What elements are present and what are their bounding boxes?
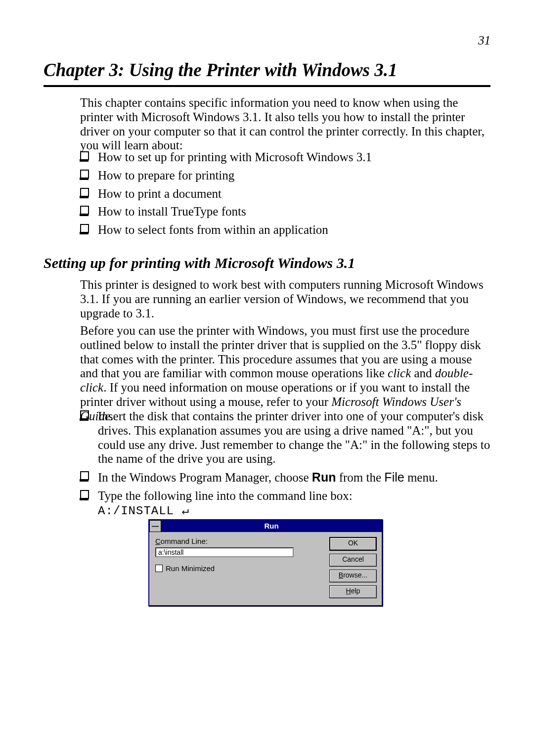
checkbox-bullet-icon bbox=[80, 170, 89, 178]
help-button[interactable]: Help bbox=[329, 585, 377, 598]
list-item: Insert the disk that contains the printe… bbox=[80, 409, 491, 466]
dialog-titlebar[interactable]: — Run bbox=[149, 520, 382, 532]
run-minimized-label: Run Minimized bbox=[166, 564, 215, 573]
steps-list: Insert the disk that contains the printe… bbox=[80, 409, 491, 522]
dialog-buttons: OK Cancel Browse... Help bbox=[329, 537, 377, 598]
dialog-title: Run bbox=[161, 520, 382, 532]
intro-paragraph: This chapter contains specific informati… bbox=[80, 96, 491, 153]
text-run: inimized bbox=[187, 564, 215, 573]
mnemonic: H bbox=[346, 587, 351, 595]
chapter-rule bbox=[44, 85, 490, 87]
mnemonic: B bbox=[339, 571, 343, 579]
checkbox-bullet-icon bbox=[80, 471, 89, 480]
checkbox-bullet-icon bbox=[80, 151, 89, 160]
text-run: and bbox=[411, 366, 435, 380]
list-item: Type the following line into the command… bbox=[80, 489, 491, 518]
ok-button[interactable]: OK bbox=[329, 537, 377, 551]
checkbox-bullet-icon bbox=[80, 410, 89, 419]
topic-text: How to set up for printing with Microsof… bbox=[98, 150, 372, 164]
list-item: How to prepare for printing bbox=[80, 169, 491, 183]
list-item: How to select fonts from within an appli… bbox=[80, 223, 491, 237]
command-line-text: A:/INSTALL ↵ bbox=[98, 504, 189, 518]
topic-text: How to prepare for printing bbox=[98, 169, 234, 182]
text-run: Run bbox=[166, 564, 181, 573]
list-item: How to print a document bbox=[80, 187, 491, 201]
checkbox-icon[interactable] bbox=[155, 565, 163, 572]
label-rest: ommand Line: bbox=[161, 537, 208, 545]
checkbox-bullet-icon bbox=[80, 490, 89, 499]
page-number: 31 bbox=[478, 34, 490, 47]
text-run: from the bbox=[336, 471, 384, 484]
run-dialog: — Run Command Line: Run Minimized OK Can… bbox=[148, 519, 383, 606]
document-page: 31 Chapter 3: Using the Printer with Win… bbox=[0, 0, 534, 756]
step-text: Insert the disk that contains the printe… bbox=[98, 409, 490, 465]
ui-command: Run bbox=[312, 470, 336, 484]
section-paragraph-1: This printer is designed to work best wi… bbox=[80, 278, 491, 320]
step-text: In the Windows Program Manager, choose R… bbox=[98, 471, 438, 484]
command-line-input[interactable] bbox=[155, 547, 294, 557]
checkbox-bullet-icon bbox=[80, 188, 89, 197]
btn-rest: rowse... bbox=[343, 571, 367, 579]
list-item: In the Windows Program Manager, choose R… bbox=[80, 470, 491, 485]
mnemonic: M bbox=[181, 564, 188, 573]
system-menu-icon[interactable]: — bbox=[149, 520, 161, 532]
run-minimized-row[interactable]: Run Minimized bbox=[155, 564, 324, 573]
checkbox-bullet-icon bbox=[80, 206, 89, 215]
dialog-left: Command Line: Run Minimized bbox=[155, 537, 324, 598]
cancel-button[interactable]: Cancel bbox=[329, 554, 377, 567]
section-title: Setting up for printing with Microsoft W… bbox=[44, 255, 355, 271]
topic-text: How to install TrueType fonts bbox=[98, 205, 246, 218]
list-item: How to set up for printing with Microsof… bbox=[80, 150, 491, 165]
topic-text: How to print a document bbox=[98, 187, 222, 200]
list-item: How to install TrueType fonts bbox=[80, 205, 491, 219]
checkbox-bullet-icon bbox=[80, 224, 89, 233]
ui-menu: File bbox=[384, 470, 404, 484]
step-text: Type the following line into the command… bbox=[98, 489, 353, 502]
command-line-label: Command Line: bbox=[155, 537, 324, 545]
text-run: In the Windows Program Manager, choose bbox=[98, 471, 312, 484]
text-run: menu. bbox=[404, 471, 438, 484]
topic-text: How to select fonts from within an appli… bbox=[98, 223, 328, 236]
mnemonic: C bbox=[155, 537, 161, 545]
italic-term: click bbox=[388, 366, 411, 380]
chapter-title: Chapter 3: Using the Printer with Window… bbox=[44, 59, 398, 81]
btn-rest: elp bbox=[351, 587, 360, 595]
browse-button[interactable]: Browse... bbox=[329, 570, 377, 582]
dialog-body: Command Line: Run Minimized OK Cancel Br… bbox=[149, 532, 382, 605]
section-paragraph-2: Before you can use the printer with Wind… bbox=[80, 324, 491, 423]
topics-list: How to set up for printing with Microsof… bbox=[80, 150, 491, 241]
